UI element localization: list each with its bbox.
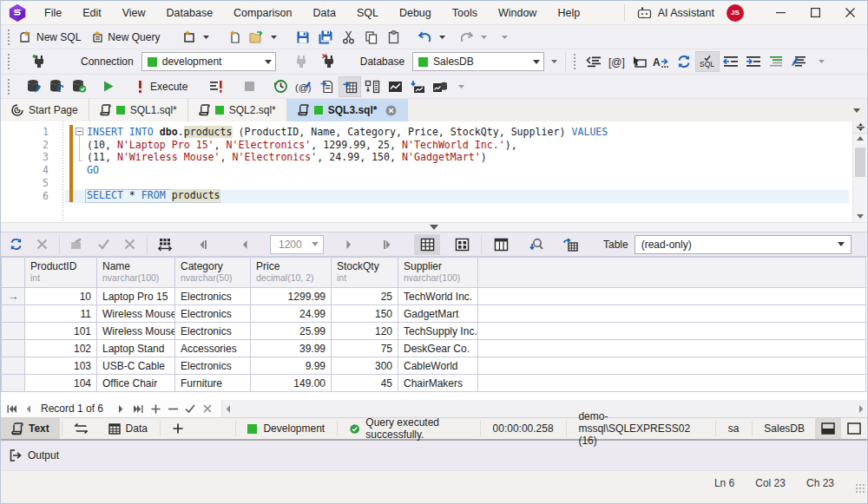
connection-combobox[interactable]: development xyxy=(141,52,276,71)
table-row[interactable]: 101Wireless MouseElectronics25.99120Tech… xyxy=(2,323,866,340)
save-button[interactable] xyxy=(292,27,314,48)
open-file-button[interactable] xyxy=(245,27,267,48)
grid-cell[interactable]: Wireless Mouse xyxy=(97,305,175,323)
toolbar3-overflow[interactable] xyxy=(455,76,467,97)
stop-button[interactable] xyxy=(238,76,260,97)
open-file-dropdown[interactable] xyxy=(267,27,279,48)
page-size-combobox[interactable]: 1200 xyxy=(270,235,324,254)
check-database-button[interactable] xyxy=(68,76,90,97)
close-tab-icon[interactable] xyxy=(385,105,397,116)
ai-assistant-button[interactable]: AI Assistant xyxy=(637,7,727,19)
delete-record-button[interactable] xyxy=(164,401,181,416)
grid-cell[interactable]: 24.99 xyxy=(251,305,332,323)
last-record-button[interactable] xyxy=(129,401,147,416)
grid-cell[interactable]: Laptop Stand xyxy=(97,340,175,357)
code-area[interactable]: INSERT INTO dbo.products (ProductID, Nam… xyxy=(87,126,608,202)
next-record-button[interactable] xyxy=(112,401,129,416)
comment-lines-button[interactable] xyxy=(582,51,605,72)
fold-collapse-icon[interactable] xyxy=(76,128,83,135)
new-sql-button[interactable]: New SQL xyxy=(16,27,86,48)
grid-cell[interactable]: TechSupply Inc. xyxy=(398,323,478,340)
document-tab-start-page[interactable]: Start Page xyxy=(1,99,89,121)
sql-editor[interactable]: 123456 INSERT INTO dbo.products (Product… xyxy=(1,121,867,223)
scroll-right-arrow[interactable] xyxy=(858,405,864,413)
document-tab-sql1-sql[interactable]: SQL1.sql* xyxy=(89,99,188,121)
grid-cell[interactable]: Laptop Pro 15 xyxy=(97,288,175,305)
table-row[interactable]: 104Office ChairFurniture149.0045ChairMak… xyxy=(2,375,866,392)
column-header-price[interactable]: Pricedecimal(10, 2) xyxy=(251,258,332,288)
grid-cell[interactable]: ChairMakers xyxy=(398,375,478,392)
copy-button[interactable] xyxy=(359,27,382,48)
run-button[interactable] xyxy=(97,76,120,97)
prev-record-button[interactable] xyxy=(20,401,37,416)
execute-to-file-button[interactable] xyxy=(316,76,339,97)
grid-cell[interactable]: Electronics xyxy=(175,323,251,340)
grid-cell[interactable]: 75 xyxy=(332,340,398,357)
export-grid-button[interactable] xyxy=(557,234,583,255)
grid-cell[interactable]: 101 xyxy=(25,323,97,340)
remove-connection-button[interactable] xyxy=(318,51,340,72)
decrease-indent-button[interactable] xyxy=(720,51,742,72)
refresh-results-button[interactable] xyxy=(3,234,29,255)
post-edit-button[interactable] xyxy=(181,401,199,416)
column-header-supplier[interactable]: Suppliernvarchar(100) xyxy=(398,258,478,288)
format-selection-button[interactable] xyxy=(765,51,787,72)
grid-cell[interactable]: 120 xyxy=(332,323,398,340)
menu-view[interactable]: View xyxy=(112,1,156,25)
grid-cell[interactable]: Electronics xyxy=(175,305,251,323)
maximize-button[interactable] xyxy=(798,1,832,25)
grid-cell[interactable]: GadgetMart xyxy=(398,305,478,323)
toolbar1-overflow[interactable] xyxy=(498,27,510,48)
grid-cell[interactable]: 104 xyxy=(25,375,97,392)
grid-cell[interactable]: 25 xyxy=(332,288,398,305)
navigate-button[interactable] xyxy=(628,51,650,72)
menu-file[interactable]: File xyxy=(34,1,72,25)
grid-cell[interactable]: Furniture xyxy=(175,375,251,392)
first-record-button[interactable] xyxy=(3,401,20,416)
menu-comparison[interactable]: Comparison xyxy=(223,1,302,25)
last-page-button[interactable] xyxy=(374,234,400,255)
cancel-edit-button[interactable] xyxy=(199,401,216,416)
resize-grip[interactable] xyxy=(855,483,865,494)
grid-cell[interactable]: 149.00 xyxy=(251,375,332,392)
query-profiler-button[interactable] xyxy=(361,76,384,97)
results-to-grid-button[interactable] xyxy=(339,76,361,97)
table-row[interactable]: →10Laptop Pro 15Electronics1299.9925Tech… xyxy=(2,288,866,305)
data-view-tab[interactable]: Data xyxy=(98,418,158,439)
grid-cell[interactable]: 11 xyxy=(25,305,97,323)
menu-database[interactable]: Database xyxy=(156,1,224,25)
new-connection-button[interactable] xyxy=(28,51,50,72)
undo-dropdown[interactable] xyxy=(436,27,448,48)
grid-cell[interactable]: 25.99 xyxy=(251,323,332,340)
menu-edit[interactable]: Edit xyxy=(72,1,112,25)
grid-cell[interactable]: Electronics xyxy=(175,357,251,375)
first-page-button[interactable] xyxy=(190,234,216,255)
format-code-button[interactable]: A xyxy=(650,51,673,72)
editor-split-handle[interactable] xyxy=(853,121,867,134)
next-page-button[interactable] xyxy=(336,234,362,255)
scrollbar-thumb[interactable] xyxy=(855,147,865,177)
table-row[interactable]: 103USB-C CableElectronics9.99300CableWor… xyxy=(2,357,866,375)
tab-list-dropdown[interactable] xyxy=(853,99,867,121)
query-parameters-button[interactable]: (@) xyxy=(292,76,316,97)
grid-cell[interactable]: DeskGear Co. xyxy=(398,340,478,357)
find-in-grid-button[interactable] xyxy=(523,234,549,255)
grid-cell[interactable]: 103 xyxy=(25,357,97,375)
grid-view-button[interactable] xyxy=(414,234,440,255)
paste-button[interactable] xyxy=(382,27,404,48)
disconnect-button[interactable] xyxy=(290,51,312,72)
table-combobox[interactable]: (read-only) xyxy=(635,235,852,254)
grid-cell[interactable]: Electronics xyxy=(175,288,251,305)
sql-syntax-check-button[interactable]: SQL xyxy=(695,51,720,72)
save-all-button[interactable] xyxy=(314,27,337,48)
document-tab-sql3-sql[interactable]: SQL3.sql* xyxy=(287,99,409,121)
menu-debug[interactable]: Debug xyxy=(389,1,442,25)
table-row[interactable]: 11Wireless MouseElectronics24.99150Gadge… xyxy=(2,305,866,323)
toolbar-grip[interactable] xyxy=(5,54,11,69)
menu-help[interactable]: Help xyxy=(547,1,590,25)
stop-refresh-button[interactable] xyxy=(29,234,55,255)
pin-results-button[interactable] xyxy=(429,76,451,97)
query-plan-button[interactable] xyxy=(384,76,406,97)
edit-snippet-button[interactable] xyxy=(787,51,810,72)
grid-cell[interactable]: Wireless Mouse xyxy=(97,323,175,340)
